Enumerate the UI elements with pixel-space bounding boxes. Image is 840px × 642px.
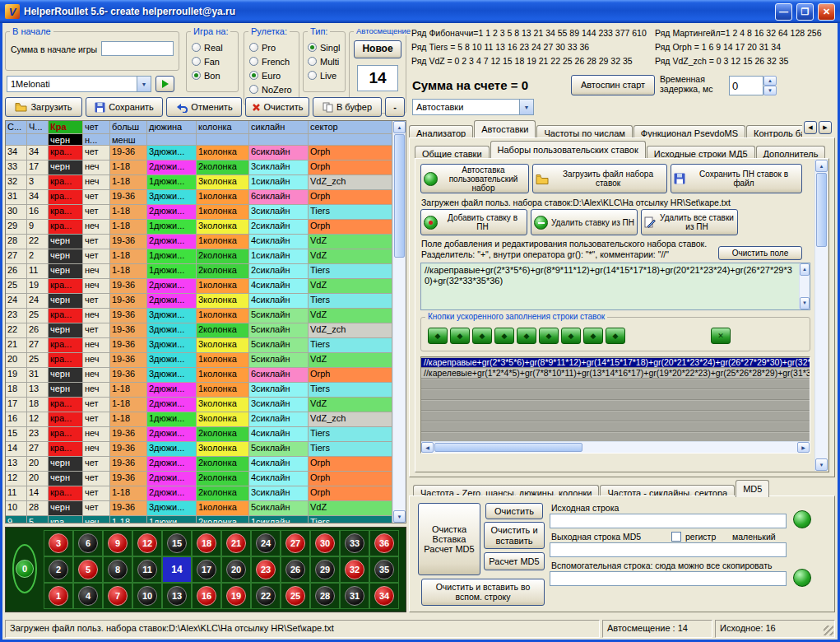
- tab-scroll-left-icon[interactable]: ◀: [804, 121, 817, 134]
- radio-Fan[interactable]: Fan: [192, 54, 223, 68]
- board-cell-23[interactable]: 23: [251, 556, 281, 583]
- radio-Multi[interactable]: Multi: [308, 54, 340, 68]
- tab-функционал-psevdoms[interactable]: Функционал PsevdoMS: [633, 125, 745, 137]
- save-bet-file-button[interactable]: Сохранить ПН ставок в файл: [671, 164, 802, 193]
- table-row[interactable]: 2424чернчет19-362дюжи...3колонка4сиклайн…: [6, 294, 392, 309]
- radio-icon[interactable]: [249, 43, 258, 52]
- bet-edit-field[interactable]: //кареправые+gr(2*3*5*6)+gr(8*9*11*12)+g…: [420, 263, 810, 310]
- list-h-scrollbar[interactable]: ◀ ▶: [421, 441, 810, 453]
- board-cell-30[interactable]: 30: [310, 530, 340, 556]
- md5-output-input[interactable]: [550, 542, 787, 557]
- md5-source-input[interactable]: [550, 514, 787, 528]
- table-row[interactable]: 1028чернчет19-363дюжи...1колонка5сиклайн…: [6, 501, 392, 516]
- tab-дополнитель[interactable]: Дополнитель: [756, 146, 826, 158]
- board-cell-18[interactable]: 18: [192, 530, 221, 556]
- radio-Bon[interactable]: Bon: [192, 68, 223, 82]
- quick-fill-button-5[interactable]: ◆: [517, 328, 536, 344]
- radio-icon[interactable]: [249, 85, 258, 94]
- table-row[interactable]: 3317черннеч1-182дюжи...2колонка3сиклайнO…: [6, 160, 392, 175]
- radio-icon[interactable]: [192, 43, 201, 52]
- board-cell-1[interactable]: 1: [44, 583, 73, 609]
- profile-combobox[interactable]: 1Melonati ▼: [7, 76, 151, 92]
- table-row[interactable]: 2226чернчет19-363дюжи...2колонка5сиклайн…: [6, 323, 392, 338]
- close-button[interactable]: ✕: [818, 3, 835, 21]
- radio-icon[interactable]: [308, 57, 317, 66]
- minimize-button[interactable]: —: [775, 3, 792, 21]
- board-cell-16[interactable]: 16: [192, 583, 221, 609]
- board-cell-9[interactable]: 9: [103, 530, 132, 556]
- delay-value[interactable]: 0: [729, 76, 763, 95]
- radio-Singl[interactable]: Singl: [308, 40, 340, 54]
- board-cell-20[interactable]: 20: [221, 556, 251, 583]
- board-cell-13[interactable]: 13: [162, 583, 192, 609]
- list-item[interactable]: //кареправые+gr(2*3*5*6)+gr(8*9*11*12)+g…: [421, 357, 810, 368]
- add-bet-button[interactable]: Добавить ставку в ПН: [420, 209, 527, 235]
- board-cell-27[interactable]: 27: [281, 530, 310, 556]
- chevron-down-icon[interactable]: ▼: [519, 100, 533, 114]
- table-row[interactable]: 1813черннеч1-182дюжи...1колонка3сиклайнT…: [6, 383, 392, 398]
- table-row[interactable]: 1220чернчет19-362дюжи...2колонка4сиклайн…: [6, 472, 392, 486]
- quick-fill-button-3[interactable]: ◆: [472, 328, 492, 344]
- list-item-empty[interactable]: [421, 421, 810, 432]
- md5-aux-input[interactable]: [550, 571, 787, 586]
- radio-icon[interactable]: [249, 71, 258, 80]
- maximize-button[interactable]: ❐: [796, 3, 814, 21]
- board-cell-29[interactable]: 29: [310, 556, 340, 583]
- radio-icon[interactable]: [308, 71, 317, 80]
- table-row[interactable]: 299кра...неч1-181дюжи...3колонка2сиклайн…: [6, 220, 392, 235]
- scroll-down-icon[interactable]: ▼: [800, 297, 810, 309]
- list-item-empty[interactable]: [421, 400, 810, 411]
- table-row[interactable]: 3434кра...чет19-363дюжи...1колонка6сикла…: [6, 146, 392, 160]
- board-cell-21[interactable]: 21: [221, 530, 251, 556]
- board-cell-34[interactable]: 34: [369, 583, 399, 609]
- quick-fill-button-1[interactable]: ◆: [428, 328, 448, 344]
- chevron-down-icon[interactable]: ▼: [137, 77, 151, 91]
- tab-общие-ставки[interactable]: Общие ставки: [415, 146, 490, 158]
- clear-field-button[interactable]: Очистить поле: [718, 246, 802, 260]
- board-cell-17[interactable]: 17: [192, 556, 221, 583]
- table-row[interactable]: 2325кра...неч19-363дюжи...1колонка5сикла…: [6, 309, 392, 323]
- table-row[interactable]: 3016кра...чет1-182дюжи...1колонка3сиклай…: [6, 205, 392, 220]
- table-row[interactable]: 1612кра...чет1-181дюжи...3колонка2сиклай…: [6, 412, 392, 427]
- new-shift-button[interactable]: Новое: [354, 40, 401, 58]
- board-cell-2[interactable]: 2: [44, 556, 73, 583]
- spinner-down-icon[interactable]: ▼: [763, 86, 777, 95]
- tab-анализатор[interactable]: Анализатор: [409, 125, 473, 137]
- scroll-left-icon[interactable]: ◀: [421, 442, 434, 453]
- table-row[interactable]: 323кра...неч1-181дюжи...3колонка1сиклайн…: [6, 175, 392, 190]
- board-cell-15[interactable]: 15: [162, 530, 192, 556]
- quick-fill-button-9[interactable]: ◆: [606, 328, 625, 344]
- board-cell-32[interactable]: 32: [340, 556, 369, 583]
- md5-aux-go-button[interactable]: [793, 569, 811, 587]
- quick-fill-extra-button[interactable]: ✕: [711, 328, 731, 344]
- minus-button[interactable]: -: [385, 97, 405, 117]
- md5-clear-button[interactable]: Очистить: [485, 503, 543, 519]
- scroll-up-icon[interactable]: ▲: [815, 160, 828, 172]
- load-button[interactable]: Загрузить: [5, 97, 82, 117]
- tab-исходные-строки-мд5[interactable]: Исходные строки МД5: [647, 146, 755, 158]
- register-checkbox[interactable]: [671, 532, 681, 542]
- radio-French[interactable]: French: [249, 54, 292, 68]
- list-item-empty[interactable]: [421, 389, 810, 400]
- radio-NoZero[interactable]: NoZero: [249, 82, 292, 96]
- board-cell-10[interactable]: 10: [132, 583, 162, 609]
- radio-icon[interactable]: [249, 57, 258, 66]
- radio-icon[interactable]: [308, 43, 317, 52]
- autospin-start-button[interactable]: Автоспин старт: [571, 75, 655, 95]
- board-cell-36[interactable]: 36: [369, 530, 399, 556]
- scroll-down-icon[interactable]: ▼: [815, 458, 828, 471]
- board-cell-5[interactable]: 5: [73, 556, 103, 583]
- tab-scroll-right-icon[interactable]: ▶: [819, 121, 832, 134]
- table-row[interactable]: 1931черннеч19-363дюжи...1колонка6сиклайн…: [6, 368, 392, 383]
- remove-all-bets-button[interactable]: Удалить все ставки из ПН: [641, 209, 738, 235]
- radio-Real[interactable]: Real: [192, 40, 223, 54]
- table-row[interactable]: 272чернчет1-181дюжи...2колонка1сиклайнVd…: [6, 249, 392, 264]
- quick-fill-button-2[interactable]: ◆: [450, 328, 470, 344]
- scroll-down-icon[interactable]: ▼: [393, 510, 406, 523]
- md5-clear-paste-button[interactable]: Очистить и вставить: [484, 522, 545, 549]
- scroll-up-icon[interactable]: ▲: [393, 121, 406, 133]
- board-cell-33[interactable]: 33: [340, 530, 369, 556]
- board-cell-14[interactable]: 14: [162, 556, 192, 583]
- radio-Euro[interactable]: Euro: [249, 68, 292, 82]
- table-row[interactable]: 2611черннеч1-181дюжи...2колонка2сиклайнT…: [6, 264, 392, 279]
